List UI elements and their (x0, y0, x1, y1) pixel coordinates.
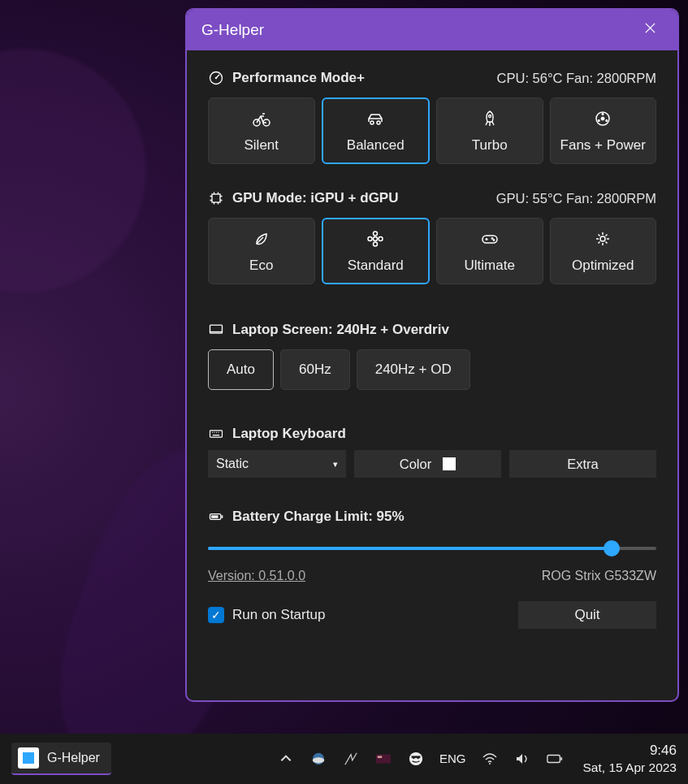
battery-header: Battery Charge Limit: 95% (208, 509, 656, 525)
svg-rect-18 (482, 236, 497, 243)
volume-icon[interactable] (513, 752, 531, 766)
check-icon: ✓ (208, 607, 224, 623)
screen-option-auto[interactable]: Auto (208, 349, 274, 390)
svg-point-19 (491, 237, 493, 239)
run-on-startup-checkbox[interactable]: ✓ Run on Startup (208, 607, 325, 623)
sparkle-icon (593, 229, 612, 253)
gpu-header: GPU Mode: iGPU + dGPU GPU: 55°C Fan: 280… (208, 190, 656, 206)
gpu-tile-eco[interactable]: Eco (208, 218, 315, 284)
model-label: ROG Strix G533ZW (542, 569, 656, 583)
svg-point-35 (489, 763, 491, 765)
screen-header-label[interactable]: Laptop Screen: 240Hz + Overdriv (232, 322, 449, 338)
tray-app-icon-2[interactable] (342, 752, 360, 766)
keyboard-extra-button[interactable]: Extra (509, 450, 656, 478)
keyboard-color-label: Color (400, 457, 431, 472)
svg-point-6 (488, 115, 491, 117)
tile-label: Eco (249, 258, 273, 274)
perf-status: CPU: 56°C Fan: 2800RPM (497, 71, 656, 86)
svg-point-4 (370, 121, 374, 124)
svg-point-16 (368, 236, 372, 240)
gpu-tile-ultimate[interactable]: Ultimate (436, 218, 543, 284)
svg-point-10 (606, 119, 608, 121)
svg-point-20 (493, 239, 495, 240)
perf-tile-turbo[interactable]: Turbo (436, 97, 543, 164)
svg-rect-26 (211, 515, 218, 518)
keyboard-header-label[interactable]: Laptop Keyboard (232, 426, 346, 442)
tray-app-icon-1[interactable] (309, 752, 327, 766)
gauge-icon (208, 70, 224, 86)
window-title: G-Helper (201, 21, 264, 39)
keyboard-color-button[interactable]: Color (354, 450, 501, 478)
tile-label: Standard (348, 258, 404, 274)
svg-point-15 (374, 242, 378, 246)
wifi-icon[interactable] (481, 752, 499, 766)
keyboard-icon (208, 426, 224, 442)
chevron-down-icon: ▾ (333, 459, 338, 470)
svg-rect-30 (378, 756, 382, 758)
svg-rect-37 (560, 757, 562, 760)
svg-point-17 (379, 236, 383, 240)
system-tray: ENG 9:46 Sat, 15 Apr 2023 (277, 742, 677, 776)
bicycle-icon (252, 109, 271, 132)
taskbar: G-Helper ENG 9:46 Sat, 15 Apr 20 (0, 734, 688, 784)
taskbar-app-label: G-Helper (47, 751, 100, 765)
leaf-icon (252, 229, 271, 253)
svg-rect-25 (222, 515, 223, 518)
svg-point-1 (215, 77, 218, 80)
rocket-icon (480, 109, 500, 132)
screen-option-240hz-od[interactable]: 240Hz + OD (357, 349, 470, 390)
taskbar-clock[interactable]: 9:46 Sat, 15 Apr 2023 (583, 742, 677, 776)
taskbar-app-ghelper[interactable]: G-Helper (11, 743, 111, 775)
svg-rect-23 (210, 431, 223, 437)
gpu-tile-standard[interactable]: Standard (322, 218, 431, 284)
keyboard-header: Laptop Keyboard (208, 426, 656, 442)
tray-app-icon-4[interactable] (407, 752, 425, 766)
version-link[interactable]: Version: 0.51.0.0 (208, 569, 305, 583)
perf-tile-balanced[interactable]: Balanced (322, 97, 431, 164)
gear-icon (593, 109, 612, 132)
screen-header: Laptop Screen: 240Hz + Overdriv (208, 322, 656, 338)
tray-battery-icon[interactable] (546, 752, 564, 766)
svg-rect-12 (212, 194, 220, 202)
run-on-startup-label: Run on Startup (232, 607, 325, 623)
app-icon (18, 747, 39, 769)
gamepad-icon (480, 229, 500, 253)
flower-icon (366, 229, 385, 253)
tile-label: Ultimate (465, 258, 515, 274)
svg-point-8 (601, 117, 604, 120)
svg-point-14 (374, 232, 378, 236)
battery-icon (208, 509, 224, 525)
quit-button[interactable]: Quit (518, 601, 656, 629)
tile-label: Turbo (472, 137, 508, 154)
keyboard-extra-label: Extra (567, 457, 599, 472)
keyboard-mode-select[interactable]: Static ▾ (208, 450, 346, 478)
tray-app-icon-3[interactable] (374, 752, 392, 766)
svg-point-11 (598, 119, 599, 121)
battery-slider[interactable] (208, 539, 656, 556)
screen-option-60hz[interactable]: 60Hz (280, 349, 350, 390)
tile-label: Fans + Power (560, 137, 646, 154)
keyboard-mode-value: Static (216, 457, 249, 471)
svg-point-5 (377, 121, 380, 124)
titlebar: G-Helper (187, 10, 677, 50)
svg-rect-36 (547, 755, 559, 762)
gpu-status: GPU: 55°C Fan: 2800RPM (496, 191, 656, 206)
perf-tile-fans-power[interactable]: Fans + Power (550, 97, 657, 164)
gpu-header-label[interactable]: GPU Mode: iGPU + dGPU (232, 190, 399, 206)
car-icon (366, 109, 385, 132)
perf-tile-silent[interactable]: Silent (208, 97, 315, 164)
clock-time: 9:46 (583, 742, 677, 760)
gpu-tile-optimized[interactable]: Optimized (550, 218, 657, 284)
clock-date: Sat, 15 Apr 2023 (583, 760, 677, 776)
tray-language[interactable]: ENG (439, 752, 466, 765)
battery-header-label[interactable]: Battery Charge Limit: 95% (232, 509, 405, 525)
perf-header: Performance Mode+ CPU: 56°C Fan: 2800RPM (208, 70, 656, 86)
svg-point-9 (602, 113, 604, 115)
app-window: G-Helper Performance Mode+ CPU: 56°C Fan… (185, 8, 679, 702)
chip-icon (208, 190, 224, 206)
svg-point-21 (600, 236, 605, 241)
perf-header-label[interactable]: Performance Mode+ (232, 70, 365, 86)
svg-point-31 (409, 752, 422, 765)
tray-overflow-icon[interactable] (277, 752, 295, 766)
close-button[interactable] (638, 19, 663, 41)
